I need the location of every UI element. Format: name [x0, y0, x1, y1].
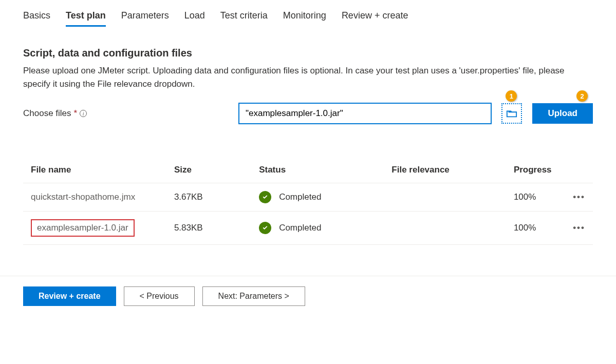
- col-header-relevance[interactable]: File relevance: [384, 155, 506, 183]
- tab-test-criteria[interactable]: Test criteria: [220, 10, 268, 27]
- col-header-filename[interactable]: File name: [23, 155, 166, 183]
- footer-divider: [0, 276, 616, 276]
- tab-review-create[interactable]: Review + create: [342, 10, 408, 27]
- tab-load[interactable]: Load: [184, 10, 205, 27]
- browse-button[interactable]: [501, 103, 522, 124]
- section-description: Please upload one JMeter script. Uploadi…: [23, 64, 593, 90]
- choose-files-label-group: Choose files * i: [23, 108, 229, 119]
- relevance-cell: [384, 183, 506, 212]
- file-name-cell: examplesampler-1.0.jar: [23, 212, 166, 245]
- required-asterisk: *: [74, 108, 78, 119]
- tab-parameters[interactable]: Parameters: [121, 10, 169, 27]
- choose-files-label: Choose files: [23, 108, 71, 119]
- footer-buttons: Review + create < Previous Next: Paramet…: [23, 286, 593, 316]
- upload-row: Choose files * i 1 2 Upload: [23, 103, 593, 124]
- check-circle-icon: [259, 191, 271, 203]
- tab-basics[interactable]: Basics: [23, 10, 50, 27]
- status-text: Completed: [279, 223, 321, 233]
- progress-cell: 100%: [506, 183, 561, 212]
- highlighted-filename: examplesampler-1.0.jar: [31, 219, 135, 237]
- annotation-badge-1: 1: [506, 90, 517, 102]
- file-name-cell: quickstart-shopathome.jmx: [23, 183, 166, 212]
- tab-test-plan[interactable]: Test plan: [66, 10, 106, 27]
- col-header-status[interactable]: Status: [251, 155, 384, 183]
- relevance-cell: [384, 212, 506, 245]
- tab-bar: Basics Test plan Parameters Load Test cr…: [23, 10, 593, 27]
- annotation-badge-2: 2: [576, 90, 588, 102]
- review-create-button[interactable]: Review + create: [23, 286, 116, 306]
- table-row[interactable]: quickstart-shopathome.jmx 3.67KB Complet…: [23, 183, 593, 212]
- col-header-size[interactable]: Size: [166, 155, 251, 183]
- row-actions-button[interactable]: •••: [561, 183, 593, 212]
- previous-button[interactable]: < Previous: [124, 286, 195, 306]
- file-size-cell: 3.67KB: [166, 183, 251, 212]
- col-header-actions: [561, 155, 593, 183]
- col-header-progress[interactable]: Progress: [506, 155, 561, 183]
- table-row[interactable]: examplesampler-1.0.jar 5.83KB Completed …: [23, 212, 593, 245]
- section-title: Script, data and configuration files: [23, 47, 593, 59]
- folder-open-icon: [506, 108, 517, 119]
- upload-button[interactable]: Upload: [532, 103, 593, 124]
- next-button[interactable]: Next: Parameters >: [202, 286, 305, 306]
- row-actions-button[interactable]: •••: [561, 212, 593, 245]
- file-size-cell: 5.83KB: [166, 212, 251, 245]
- info-icon[interactable]: i: [80, 110, 87, 117]
- progress-cell: 100%: [506, 212, 561, 245]
- files-table: File name Size Status File relevance Pro…: [23, 155, 593, 245]
- file-input[interactable]: [239, 103, 491, 124]
- tab-monitoring[interactable]: Monitoring: [283, 10, 326, 27]
- status-text: Completed: [279, 192, 321, 202]
- check-circle-icon: [259, 222, 271, 234]
- status-cell-wrap: Completed: [251, 212, 384, 245]
- status-cell-wrap: Completed: [251, 183, 384, 212]
